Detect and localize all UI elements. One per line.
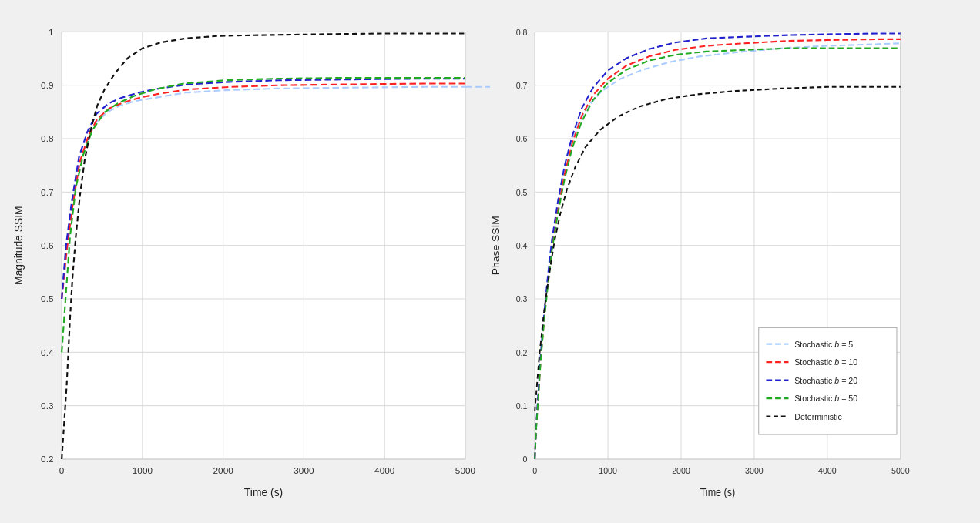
svg-text:1000: 1000 xyxy=(133,465,153,475)
svg-text:Phase SSIM: Phase SSIM xyxy=(490,216,501,275)
svg-text:5000: 5000 xyxy=(455,465,476,475)
svg-text:4000: 4000 xyxy=(818,465,837,475)
svg-text:0.6: 0.6 xyxy=(516,133,528,143)
svg-text:0: 0 xyxy=(523,454,528,464)
svg-text:Magnitude SSIM: Magnitude SSIM xyxy=(12,206,25,284)
svg-text:0.2: 0.2 xyxy=(41,454,53,464)
svg-text:0.4: 0.4 xyxy=(516,240,528,250)
svg-text:0.8: 0.8 xyxy=(516,27,528,37)
svg-text:0.1: 0.1 xyxy=(516,401,528,411)
svg-text:2000: 2000 xyxy=(672,465,690,475)
svg-text:0: 0 xyxy=(532,465,537,475)
svg-text:Deterministic: Deterministic xyxy=(794,411,842,421)
svg-text:0: 0 xyxy=(59,465,65,475)
svg-text:0.5: 0.5 xyxy=(516,187,528,197)
svg-text:1: 1 xyxy=(49,26,54,36)
svg-text:0.5: 0.5 xyxy=(41,293,54,303)
chart1-svg: 1 0.9 0.8 0.7 0.6 0.5 0.4 0.3 0.2 0 1000… xyxy=(12,15,490,508)
svg-text:Stochastic b = 50: Stochastic b = 50 xyxy=(794,393,858,403)
svg-text:3000: 3000 xyxy=(745,465,764,475)
svg-text:0.2: 0.2 xyxy=(516,347,528,357)
svg-text:0.8: 0.8 xyxy=(41,133,54,143)
svg-text:2000: 2000 xyxy=(213,465,234,475)
charts-container: 1 0.9 0.8 0.7 0.6 0.5 0.4 0.3 0.2 0 1000… xyxy=(5,8,975,516)
svg-text:0.3: 0.3 xyxy=(41,400,54,410)
svg-text:Stochastic b = 10: Stochastic b = 10 xyxy=(794,357,858,367)
chart1-wrapper: 1 0.9 0.8 0.7 0.6 0.5 0.4 0.3 0.2 0 1000… xyxy=(12,15,490,508)
svg-text:Time (s): Time (s) xyxy=(244,486,283,498)
svg-text:1000: 1000 xyxy=(599,465,617,475)
svg-text:5000: 5000 xyxy=(891,465,910,475)
svg-text:Stochastic b = 5: Stochastic b = 5 xyxy=(794,339,853,349)
svg-text:3000: 3000 xyxy=(294,465,314,475)
svg-text:0.9: 0.9 xyxy=(41,79,53,89)
chart2-svg: 0.8 0.7 0.6 0.5 0.4 0.3 0.2 0.1 0 0 1000… xyxy=(490,15,968,508)
svg-text:0.4: 0.4 xyxy=(41,347,54,357)
svg-text:4000: 4000 xyxy=(374,465,395,475)
svg-text:0.6: 0.6 xyxy=(41,240,54,250)
svg-text:0.3: 0.3 xyxy=(516,293,528,303)
svg-text:0.7: 0.7 xyxy=(516,80,528,90)
svg-text:0.7: 0.7 xyxy=(41,186,53,196)
svg-text:Time (s): Time (s) xyxy=(700,486,736,498)
chart2-wrapper: 0.8 0.7 0.6 0.5 0.4 0.3 0.2 0.1 0 0 1000… xyxy=(490,15,968,508)
svg-text:Stochastic b = 20: Stochastic b = 20 xyxy=(794,375,858,385)
